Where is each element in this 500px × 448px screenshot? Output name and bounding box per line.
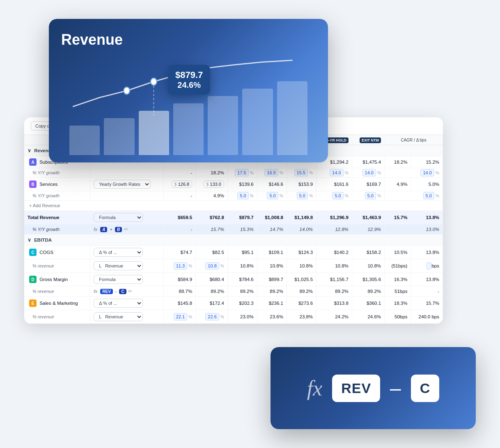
pct-box-svc-6[interactable]: 5.0 [423,192,434,199]
total-revenue-growth-row: % Y/Y growth fx A + B ✏ - 15.7% [24,224,443,235]
pct-box-cogs-3[interactable] [427,262,431,270]
gm-pct-7: 89.2% [352,286,384,297]
cogs-pct-4: 10.8% [257,259,287,273]
sub-growth-2: 18.2% [196,168,228,178]
gm-784: $784.6 [227,273,257,286]
services-146: $146.6 [257,178,287,191]
sm-pct-4: 23.6% [257,310,287,324]
exit-badge: EXIT NTM [360,137,381,143]
sm-bps-2: 240.0 bps [411,310,443,324]
table-container: 7E FY2028E FY2029E 5-YR HOLD EXIT NTM CA… [24,135,443,324]
pct-box-4[interactable]: 14.0 [330,169,343,176]
pct-box-svc-3[interactable]: 5.0 [297,192,308,199]
bar-1 [69,126,100,155]
pct-box-svc-2[interactable]: 5.0 [267,192,278,199]
ebitda-header-cell: ∨ EBITDA [24,235,443,246]
formula-token-c: C [411,375,440,402]
svc-growth-7: 5.0 % [352,191,384,201]
pct-box-cogs-1[interactable]: 11.3 [174,262,187,270]
sm-172: $172.4 [196,297,228,310]
pct-box-3[interactable]: 15.5 [294,169,308,176]
sm-cagr1: 18.3% [385,297,411,310]
add-revenue-cell[interactable]: + Add Revenue [24,201,443,211]
cogs-pct-7: 10.8% [352,259,384,273]
services-growth-formula [90,191,164,201]
sm-driver-select[interactable]: L Revenue [94,312,143,321]
chart-tooltip: $879.7 24.6% [168,65,210,95]
sales-marketing-row: E Sales & Marketing Δ % of ... $145.8 $1… [24,297,443,310]
edit-icon[interactable]: ✏ [124,226,128,232]
chip-a: A [100,227,107,232]
services-input-2[interactable]: $ 133.0 [203,181,224,188]
tooltip-value: $879.7 [175,70,203,80]
cogs-pct-label: % revenue [24,259,90,273]
pct-box-1[interactable]: 17.5 [235,169,248,176]
services-cagr1: 4.9% [385,178,411,191]
cogs-pct-3: 10.8% [227,259,257,273]
sm-pct-7: 24.6% [352,310,384,324]
gm-edit-icon[interactable]: ✏ [128,288,132,294]
sub-growth-1: - [164,168,196,178]
gm-899: $899.7 [257,273,287,286]
services-dropdown[interactable]: Yearly Growth Rates [94,180,151,189]
pct-box-5[interactable]: 14.0 [362,169,376,176]
total-growth-label: % Y/Y growth [24,224,90,235]
gm-584: $584.9 [164,273,196,286]
gross-margin-row: D Gross Margin Formula $584.9 $680.4 $78… [24,273,443,286]
formula-operator: – [390,377,401,400]
revenue-chart-card: Revenue $879.7 24.6% [49,19,328,162]
sm-313: $313.8 [317,297,352,310]
bar-7 [277,81,307,155]
pct-box-6[interactable]: 14.0 [420,169,434,176]
gm-pct-5: 89.2% [287,286,316,297]
gm-minus: - [115,289,117,294]
formula-card: fx REV – C [271,347,476,429]
sub-growth-7: 14.0 % [352,168,384,178]
sm-273: $273.6 [287,297,316,310]
svc-growth-4: 5.0 % [257,191,287,201]
total-growth-2: 15.7% [196,224,228,235]
gm-formula-select[interactable]: Formula [94,275,143,284]
pct-box-sm-2[interactable]: 22.6 [205,313,219,320]
sm-145: $145.8 [164,297,196,310]
hold-badge: 5-YR HOLD [324,137,349,143]
cogs-dropdown[interactable]: Δ % of ... [94,248,143,257]
cogs-74: $74.7 [164,246,196,259]
fx-symbol: fx [94,227,97,232]
badge-a: A [29,158,37,166]
pct-box-cogs-2[interactable]: 10.8 [205,262,219,270]
gm-pct-6: 89.2% [317,286,352,297]
subscriptions-growth-label: % Y/Y growth [24,168,90,178]
cogs-label: C COGS [24,246,90,259]
gm-bps-1: 51bps [385,286,411,297]
services-input-1[interactable]: $ 126.8 [172,181,193,188]
services-139: $139.6 [227,178,257,191]
pct-box-svc-5[interactable]: 5.0 [365,192,376,199]
cogs-row: C COGS Δ % of ... $74.7 $82.5 $95.1 $109… [24,246,443,259]
pct-box-sm-1[interactable]: 22.1 [174,313,187,320]
cogs-driver-select[interactable]: L Revenue [94,261,143,270]
total-revenue-formula-select[interactable]: Formula [94,213,143,222]
col-header-exit: EXIT NTM [352,135,384,145]
tooltip-pct: 24.6% [175,80,203,90]
svc-growth-5: 5.0 % [287,191,316,201]
cogs-cagr2: 13.8% [411,246,443,259]
pct-box-svc-4[interactable]: 5.0 [332,192,343,199]
sm-pct-label: % revenue [24,310,90,324]
gm-cagr1: 16.3% [385,273,411,286]
sm-pct-5: 23.8% [287,310,316,324]
sm-dropdown[interactable]: Δ % of ... [94,299,143,308]
pct-box-2[interactable]: 16.5 [264,169,278,176]
services-val2: $ 133.0 [196,178,228,191]
badge-d: D [29,276,37,283]
svc-growth-3: 5.0 % [227,191,257,201]
add-revenue-row[interactable]: + Add Revenue [24,201,443,211]
formula-fx-symbol: fx [307,376,323,400]
total-revenue-row: Total Revenue Formula $659.5 $762.8 $879… [24,211,443,224]
total-revenue-formula-cell: Formula [90,211,164,224]
total-growth-formula: fx A + B ✏ [90,224,164,235]
sm-dropdown-cell: Δ % of ... [90,297,164,310]
chip-b: B [115,227,122,232]
pct-box-svc-1[interactable]: 5.0 [237,192,248,199]
svc-growth-cagr: 5.0 % [385,191,443,201]
